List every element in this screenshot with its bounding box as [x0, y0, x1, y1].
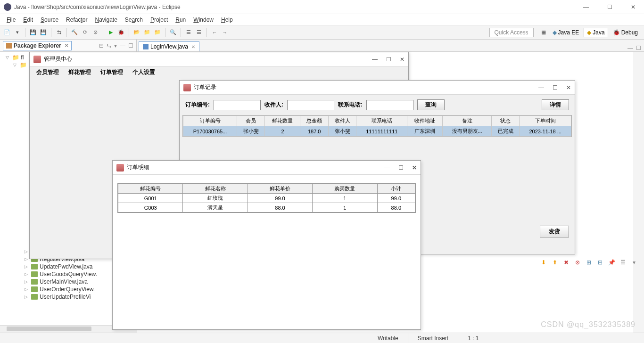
order-no-label: 订单编号:	[185, 101, 210, 109]
editor-tab-loginview[interactable]: LoginView.java ✕	[139, 41, 199, 51]
min-icon[interactable]: ―	[627, 45, 633, 51]
menu-member[interactable]: 会员管理	[32, 67, 64, 77]
save-icon[interactable]: 💾	[29, 28, 37, 37]
min-icon[interactable]: ―	[120, 42, 125, 49]
maximize-button[interactable]: ☐	[398, 164, 404, 171]
package-explorer-tab[interactable]: Package Explorer ✕	[3, 41, 72, 50]
maximize-button[interactable]: ☐	[386, 56, 391, 63]
maximize-button[interactable]: ☐	[603, 4, 617, 10]
menu-navigate[interactable]: Navigate	[91, 16, 121, 24]
pin-icon[interactable]: 📌	[607, 259, 616, 267]
order-table[interactable]: 订单编号会员鲜花数量总金额收件人联系电话收件地址备注状态下单时间 P170030…	[182, 115, 572, 137]
menu-search[interactable]: Search	[121, 16, 147, 24]
tree-file[interactable]: UserOrderQueryView.	[40, 286, 95, 293]
open-perspective-icon[interactable]: ▦	[539, 28, 548, 37]
removeall-icon[interactable]: ⊗	[573, 259, 582, 267]
tree-file[interactable]: UserMainView.java	[40, 278, 88, 285]
more-icon[interactable]: ▾	[630, 259, 638, 267]
remove-icon[interactable]: ✖	[562, 259, 570, 267]
perspective-java-ee[interactable]: ◆Java EE	[549, 28, 583, 37]
close-icon[interactable]: ✕	[65, 43, 68, 48]
new-dropdown-icon[interactable]: ▾	[13, 28, 22, 37]
window-titlebar: Java - flowerShop/src/com/xiaoniucr/view…	[0, 0, 644, 14]
filter-icon[interactable]: ☰	[619, 259, 627, 267]
table-row[interactable]: G003满天星88.0188.0	[118, 203, 415, 212]
menu-file[interactable]: File	[3, 16, 19, 24]
forward-icon[interactable]: →	[221, 28, 229, 37]
admin-dialog-title: 管理员中心	[44, 55, 72, 63]
order-detail-dialog: 订单明细 ― ☐ ✕ 鲜花编号鲜花名称鲜花单价购买数量小计 G001红玫瑰99.…	[112, 160, 421, 330]
order-no-input[interactable]	[214, 100, 261, 110]
open-icon[interactable]: 📂	[132, 28, 141, 37]
task-icon[interactable]: ☰	[184, 28, 193, 37]
folder2-icon[interactable]: 📁	[153, 28, 162, 37]
minimize-button[interactable]: ―	[372, 56, 378, 63]
expand-icon[interactable]: ⊞	[585, 259, 593, 267]
detail-table[interactable]: 鲜花编号鲜花名称鲜花单价购买数量小计 G001红玫瑰99.0199.0 G003…	[117, 183, 416, 213]
new-icon[interactable]: 📄	[3, 28, 11, 37]
table-header-row: 订单编号会员鲜花数量总金额收件人联系电话收件地址备注状态下单时间	[183, 116, 571, 126]
menu-order[interactable]: 订单管理	[96, 67, 128, 77]
minimize-button[interactable]: ―	[538, 84, 544, 91]
tree-file[interactable]: UpdatePwdView.java	[40, 263, 93, 270]
menu-help[interactable]: Help	[217, 16, 237, 24]
collapse-icon[interactable]: ⊟	[596, 259, 604, 267]
order-dialog-titlebar[interactable]: 订单记录 ― ☐ ✕	[180, 81, 575, 95]
menu-settings[interactable]: 个人设置	[128, 67, 160, 77]
menu-refactor[interactable]: Refactor	[62, 16, 91, 24]
link-icon[interactable]: ⇆	[107, 42, 111, 49]
close-button[interactable]: ✕	[566, 84, 571, 91]
quick-access[interactable]: Quick Access	[489, 28, 534, 37]
menu-edit[interactable]: Edit	[19, 16, 37, 24]
table-row[interactable]: G001红玫瑰99.0199.0	[118, 194, 415, 203]
menu-window[interactable]: Window	[190, 16, 217, 24]
search-button[interactable]: 查询	[417, 99, 445, 110]
down-icon[interactable]: ⬇	[539, 259, 548, 267]
max-icon[interactable]: ☐	[636, 45, 641, 51]
collapse-icon[interactable]: ⊟	[99, 42, 104, 49]
maximize-button[interactable]: ☐	[553, 84, 558, 91]
java-app-icon	[183, 84, 191, 91]
statusbar: Writable Smart Insert 1 : 1	[0, 333, 644, 343]
menu-source[interactable]: Source	[37, 16, 62, 24]
tree-file[interactable]: UserUpdateProfileVi	[40, 294, 91, 300]
detail-dialog-titlebar[interactable]: 订单明细 ― ☐ ✕	[113, 161, 421, 175]
menu-icon[interactable]: ▾	[114, 42, 117, 49]
ship-button[interactable]: 发货	[540, 226, 569, 237]
table-row[interactable]: P170030765...张小斐2187.0张小斐11111111111广东深圳…	[183, 126, 571, 137]
minimize-button[interactable]: ―	[384, 164, 390, 171]
editor-tabs: LoginView.java ✕ ― ☐	[137, 40, 644, 52]
search-icon[interactable]: 🔍	[169, 28, 177, 37]
saveall-icon[interactable]: 💾	[39, 28, 48, 37]
close-button[interactable]: ✕	[626, 4, 640, 10]
stop-icon[interactable]: ⊘	[91, 28, 99, 37]
run-icon[interactable]: ▶	[107, 28, 115, 37]
menu-run[interactable]: Run	[172, 16, 190, 24]
close-icon[interactable]: ✕	[191, 44, 195, 49]
window-title: Java - flowerShop/src/com/xiaoniucr/view…	[14, 4, 181, 10]
menu-project[interactable]: Project	[147, 16, 172, 24]
folder-icon[interactable]: 📁	[143, 28, 151, 37]
close-button[interactable]: ✕	[412, 164, 417, 171]
debug-icon[interactable]: 🐞	[117, 28, 125, 37]
switch-icon[interactable]: ⇆	[55, 28, 63, 37]
refresh-icon[interactable]: ⟳	[81, 28, 89, 37]
back-icon[interactable]: ←	[210, 28, 219, 37]
admin-dialog-titlebar[interactable]: 管理员中心 ― ☐ ✕	[30, 52, 408, 66]
perspective-java[interactable]: ◆Java	[584, 28, 608, 37]
menu-flower[interactable]: 鲜花管理	[64, 67, 96, 77]
max-icon[interactable]: ☐	[128, 42, 133, 49]
package-icon	[6, 43, 12, 49]
task2-icon[interactable]: ☰	[195, 28, 203, 37]
up-icon[interactable]: ⬆	[551, 259, 559, 267]
close-button[interactable]: ✕	[400, 56, 405, 63]
phone-input[interactable]	[366, 100, 413, 110]
java-app-icon	[33, 56, 41, 63]
perspective-debug[interactable]: 🐞Debug	[610, 28, 641, 37]
overview-ruler[interactable]	[634, 52, 644, 333]
detail-button[interactable]: 详情	[542, 99, 569, 110]
recipient-input[interactable]	[287, 100, 334, 110]
build-icon[interactable]: 🔨	[70, 28, 79, 37]
minimize-button[interactable]: ―	[579, 4, 593, 10]
tree-file[interactable]: UserGoodsQueryView.	[40, 271, 97, 278]
